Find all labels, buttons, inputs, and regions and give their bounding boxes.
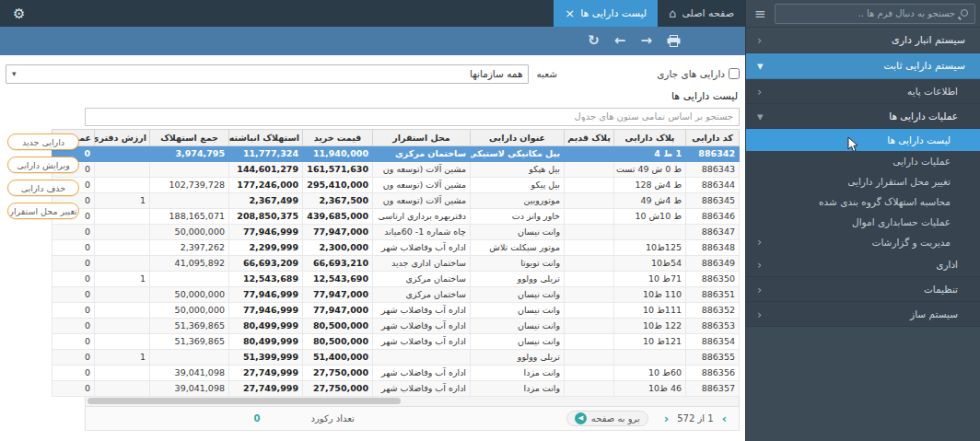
- sidebar-item-label: عملیات دارایی: [892, 156, 951, 167]
- column-header[interactable]: قیمت خرید: [303, 129, 373, 145]
- table-cell: 886353: [686, 318, 740, 333]
- table-cell: 12,543,690: [303, 271, 373, 286]
- app-window: ≡ سیستم انبار داری‹سیستم دارایی ثابت▾اطل…: [0, 0, 980, 441]
- column-header[interactable]: کد دارایی: [686, 129, 740, 145]
- table-cell: 39,041,098: [150, 380, 229, 396]
- sidebar-item[interactable]: سیستم ساز‹: [746, 302, 980, 327]
- sidebar-item[interactable]: سیستم انبار داری‹: [746, 28, 980, 53]
- table-cell: [565, 145, 614, 161]
- table-cell: 886357: [686, 380, 740, 396]
- table-row[interactable]: 886345ط 4ش 49موتوروبینمشین آلات (توسعه و…: [52, 192, 740, 208]
- table-cell: 111ط 10: [614, 302, 686, 318]
- column-header[interactable]: محل استقرار: [373, 129, 471, 145]
- table-cell: [95, 286, 150, 302]
- sidebar-item[interactable]: عملیات دارایی ها▾: [746, 104, 980, 129]
- table-cell: بیل مکانیکی لاستیکی: [471, 145, 565, 161]
- sidebar-item-label: تغییر محل استقرار دارایی: [847, 176, 951, 187]
- column-header[interactable]: ارزش دفتری: [95, 129, 150, 145]
- back-icon[interactable]: ←: [614, 34, 626, 48]
- column-header[interactable]: پلاک قدیم: [565, 129, 614, 145]
- table-row[interactable]: 886353122 ط10وانت نیساناداره آب وفاضلاب …: [52, 318, 740, 333]
- table-cell: 161,571,630: [303, 161, 373, 177]
- sidebar-item[interactable]: اداری‹: [746, 252, 980, 277]
- print-icon[interactable]: [667, 35, 681, 47]
- current-assets-checkbox-group[interactable]: دارایی های جاری: [657, 68, 740, 79]
- table-row[interactable]: 886343ط 0 ش 49 تستبیل هپکومشین آلات (توس…: [52, 161, 740, 177]
- table-cell: 295,410,000: [303, 177, 373, 192]
- table-cell: 102,739,728: [150, 177, 229, 192]
- gear-icon[interactable]: ⚙: [0, 6, 38, 22]
- forward-icon[interactable]: →: [640, 34, 652, 48]
- tab-home-label: صفحه اصلی: [682, 7, 734, 19]
- table-cell: 80,499,999: [229, 333, 303, 349]
- table-row[interactable]: 8863421 ط 4بیل مکانیکی لاستیکیساختمان مر…: [52, 145, 740, 161]
- sidebar-item[interactable]: تنظیمات‹: [746, 277, 980, 302]
- table-row[interactable]: 88635660ط 10وانت مزدااداره آب وفاضلاب شه…: [52, 365, 740, 380]
- table-row[interactable]: 88634954ط10وانت تویوتاساختمان اداری جدید…: [52, 255, 740, 271]
- table-cell: 886344: [686, 177, 740, 192]
- change-location-button[interactable]: تغییر محل استقرار: [7, 203, 79, 219]
- table-cell: 1: [95, 192, 150, 208]
- horizontal-scrollbar[interactable]: [85, 397, 740, 407]
- sidebar-item[interactable]: عملیات دارایی: [746, 151, 980, 171]
- branch-select[interactable]: همه سازمانها ▾: [6, 64, 529, 84]
- new-asset-button[interactable]: دارایی جدید: [7, 133, 79, 150]
- table-row[interactable]: 886352111ط 10وانت نیساناداره آب وفاضلاب …: [52, 302, 740, 318]
- table-cell: وانت نیسان: [471, 333, 565, 349]
- go-to-page-button[interactable]: برو به صفحه ◀: [566, 411, 648, 426]
- table-row[interactable]: 886348125ط10موتور سیکلت تلاشاداره آب وفا…: [52, 239, 740, 255]
- record-count-value: 0: [254, 413, 261, 424]
- table-cell: 11,777,324: [229, 145, 303, 161]
- tab-asset-list[interactable]: لیست دارایی ها ×: [554, 0, 658, 27]
- tab-bar: صفحه اصلی ⌂ لیست دارایی ها × ⚙: [0, 0, 745, 27]
- hamburger-menu-icon[interactable]: ≡: [751, 6, 770, 22]
- scrollbar-thumb[interactable]: [88, 398, 401, 404]
- sidebar-item[interactable]: تغییر محل استقرار دارایی: [746, 171, 980, 191]
- sidebar-item[interactable]: سیستم دارایی ثابت▾: [746, 53, 980, 79]
- table-cell: 77,946,999: [229, 224, 303, 239]
- table-cell: اداره آب وفاضلاب شهر: [373, 318, 471, 333]
- grid-footer: › 1 از 572 ‹ برو به صفحه ◀ تعداد رکورد 0: [85, 407, 740, 431]
- table-row[interactable]: 886355تریلی وولوو51,400,00051,399,99910: [52, 349, 740, 365]
- table-row[interactable]: 886347وانت نیسانچاه شماره 1- 60میاند77,9…: [52, 224, 740, 239]
- table-cell: [95, 208, 150, 224]
- sidebar-item-label: اطلاعات پایه: [907, 86, 958, 97]
- table-cell: ط 4ش 49: [614, 192, 686, 208]
- sidebar-search-input[interactable]: [779, 8, 955, 18]
- column-header[interactable]: عنوان دارایی: [471, 129, 565, 145]
- chevron-down-icon: ▾: [12, 69, 17, 78]
- column-header[interactable]: استهلاک انباشته: [229, 129, 303, 145]
- sidebar-item-asset-list-selected[interactable]: لیست دارایی ها: [746, 129, 980, 151]
- close-icon[interactable]: ×: [565, 6, 575, 20]
- table-search-input[interactable]: [85, 108, 740, 126]
- table-row[interactable]: 88635746 ط10وانت مزدااداره آب وفاضلاب شه…: [52, 380, 740, 396]
- table-row[interactable]: 886346ط 10ش 10خاور وانز دتدفتربهره بردار…: [52, 208, 740, 224]
- delete-asset-button[interactable]: حذف دارایی: [7, 180, 79, 196]
- refresh-icon[interactable]: ↻: [588, 34, 600, 48]
- sidebar-item[interactable]: محاسبه استهلاک گروه بندی شده: [746, 191, 980, 212]
- table-cell: [565, 380, 614, 396]
- table-cell: 886352: [686, 302, 740, 318]
- table-row[interactable]: 886354121ط 10وانت نیساناداره آب وفاضلاب …: [52, 333, 740, 349]
- table-row[interactable]: 886344ط 4ش 128بیل پیکومشین آلات (توسعه و…: [52, 177, 740, 192]
- edit-asset-button[interactable]: ویرایش دارایی: [7, 157, 79, 173]
- table-cell: 50,000,000: [150, 286, 229, 302]
- toolbar: → ← ↻: [0, 27, 745, 55]
- table-cell: وانت نیسان: [471, 224, 565, 239]
- sidebar-item[interactable]: عملیات حسابداری اموال: [746, 212, 980, 232]
- table-cell: [565, 286, 614, 302]
- filter-row: دارایی های جاری شعبه همه سازمانها ▾: [6, 61, 740, 85]
- table-row[interactable]: 88635071ط 10تریلی وولووساختمان مرکزی12,5…: [52, 271, 740, 286]
- chevron-left-icon[interactable]: ‹: [664, 412, 669, 424]
- table-cell: 27,749,999: [229, 365, 303, 380]
- current-assets-checkbox[interactable]: [729, 68, 740, 79]
- column-header[interactable]: پلاک دارایی: [614, 129, 686, 145]
- sidebar-item[interactable]: مدیریت و گزارشات‹: [746, 232, 980, 252]
- column-header[interactable]: جمع استهلاک: [150, 129, 229, 145]
- sidebar-item-label: محاسبه استهلاک گروه بندی شده: [819, 196, 951, 207]
- table-row[interactable]: 886351110 ط10وانت نیسانساختمان مرکزی77,9…: [52, 286, 740, 302]
- tabbar-spacer: [38, 0, 554, 27]
- chevron-right-icon[interactable]: ›: [722, 412, 727, 424]
- sidebar-item[interactable]: اطلاعات پایه‹: [746, 79, 980, 104]
- tab-home[interactable]: صفحه اصلی ⌂: [658, 0, 745, 27]
